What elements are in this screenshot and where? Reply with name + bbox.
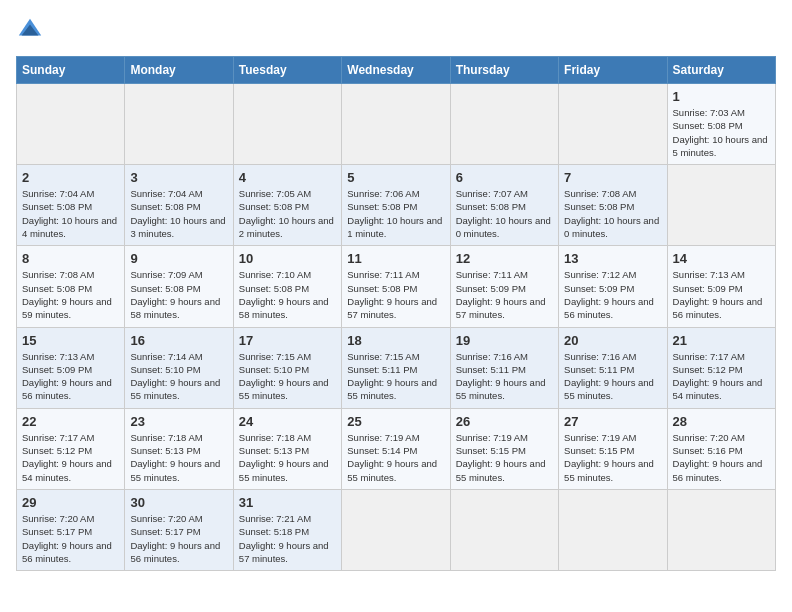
calendar-cell: 21Sunrise: 7:17 AMSunset: 5:12 PMDayligh… bbox=[667, 327, 775, 408]
day-info: Sunrise: 7:18 AMSunset: 5:13 PMDaylight:… bbox=[239, 431, 336, 484]
day-number: 22 bbox=[22, 414, 119, 429]
day-number: 5 bbox=[347, 170, 444, 185]
day-info: Sunrise: 7:07 AMSunset: 5:08 PMDaylight:… bbox=[456, 187, 553, 240]
day-number: 7 bbox=[564, 170, 661, 185]
day-number: 26 bbox=[456, 414, 553, 429]
day-of-week-header: Sunday bbox=[17, 57, 125, 84]
calendar-cell: 12Sunrise: 7:11 AMSunset: 5:09 PMDayligh… bbox=[450, 246, 558, 327]
calendar-cell bbox=[559, 489, 667, 570]
calendar-cell: 29Sunrise: 7:20 AMSunset: 5:17 PMDayligh… bbox=[17, 489, 125, 570]
day-info: Sunrise: 7:16 AMSunset: 5:11 PMDaylight:… bbox=[564, 350, 661, 403]
calendar-cell bbox=[667, 489, 775, 570]
day-of-week-header: Tuesday bbox=[233, 57, 341, 84]
calendar-cell: 13Sunrise: 7:12 AMSunset: 5:09 PMDayligh… bbox=[559, 246, 667, 327]
day-of-week-header: Wednesday bbox=[342, 57, 450, 84]
day-number: 1 bbox=[673, 89, 770, 104]
day-number: 12 bbox=[456, 251, 553, 266]
day-info: Sunrise: 7:17 AMSunset: 5:12 PMDaylight:… bbox=[22, 431, 119, 484]
day-info: Sunrise: 7:19 AMSunset: 5:15 PMDaylight:… bbox=[564, 431, 661, 484]
day-info: Sunrise: 7:20 AMSunset: 5:17 PMDaylight:… bbox=[130, 512, 227, 565]
calendar-week-row: 8Sunrise: 7:08 AMSunset: 5:08 PMDaylight… bbox=[17, 246, 776, 327]
calendar-cell bbox=[342, 489, 450, 570]
calendar-cell: 26Sunrise: 7:19 AMSunset: 5:15 PMDayligh… bbox=[450, 408, 558, 489]
calendar-cell: 19Sunrise: 7:16 AMSunset: 5:11 PMDayligh… bbox=[450, 327, 558, 408]
calendar-cell: 2Sunrise: 7:04 AMSunset: 5:08 PMDaylight… bbox=[17, 165, 125, 246]
day-number: 25 bbox=[347, 414, 444, 429]
calendar-cell: 4Sunrise: 7:05 AMSunset: 5:08 PMDaylight… bbox=[233, 165, 341, 246]
day-info: Sunrise: 7:08 AMSunset: 5:08 PMDaylight:… bbox=[22, 268, 119, 321]
day-info: Sunrise: 7:03 AMSunset: 5:08 PMDaylight:… bbox=[673, 106, 770, 159]
day-number: 29 bbox=[22, 495, 119, 510]
calendar-cell: 6Sunrise: 7:07 AMSunset: 5:08 PMDaylight… bbox=[450, 165, 558, 246]
day-number: 8 bbox=[22, 251, 119, 266]
day-number: 10 bbox=[239, 251, 336, 266]
day-number: 21 bbox=[673, 333, 770, 348]
calendar-cell bbox=[667, 165, 775, 246]
calendar-cell: 7Sunrise: 7:08 AMSunset: 5:08 PMDaylight… bbox=[559, 165, 667, 246]
day-info: Sunrise: 7:11 AMSunset: 5:09 PMDaylight:… bbox=[456, 268, 553, 321]
day-number: 30 bbox=[130, 495, 227, 510]
calendar-cell: 28Sunrise: 7:20 AMSunset: 5:16 PMDayligh… bbox=[667, 408, 775, 489]
calendar-week-row: 29Sunrise: 7:20 AMSunset: 5:17 PMDayligh… bbox=[17, 489, 776, 570]
calendar-cell: 3Sunrise: 7:04 AMSunset: 5:08 PMDaylight… bbox=[125, 165, 233, 246]
day-info: Sunrise: 7:15 AMSunset: 5:11 PMDaylight:… bbox=[347, 350, 444, 403]
day-info: Sunrise: 7:04 AMSunset: 5:08 PMDaylight:… bbox=[22, 187, 119, 240]
day-number: 2 bbox=[22, 170, 119, 185]
day-info: Sunrise: 7:20 AMSunset: 5:17 PMDaylight:… bbox=[22, 512, 119, 565]
day-info: Sunrise: 7:12 AMSunset: 5:09 PMDaylight:… bbox=[564, 268, 661, 321]
day-of-week-header: Friday bbox=[559, 57, 667, 84]
day-info: Sunrise: 7:17 AMSunset: 5:12 PMDaylight:… bbox=[673, 350, 770, 403]
day-number: 18 bbox=[347, 333, 444, 348]
calendar-cell bbox=[342, 84, 450, 165]
day-info: Sunrise: 7:19 AMSunset: 5:15 PMDaylight:… bbox=[456, 431, 553, 484]
day-number: 11 bbox=[347, 251, 444, 266]
calendar-cell: 17Sunrise: 7:15 AMSunset: 5:10 PMDayligh… bbox=[233, 327, 341, 408]
day-number: 3 bbox=[130, 170, 227, 185]
day-info: Sunrise: 7:11 AMSunset: 5:08 PMDaylight:… bbox=[347, 268, 444, 321]
day-of-week-header: Thursday bbox=[450, 57, 558, 84]
day-number: 20 bbox=[564, 333, 661, 348]
calendar-cell: 25Sunrise: 7:19 AMSunset: 5:14 PMDayligh… bbox=[342, 408, 450, 489]
calendar-cell: 8Sunrise: 7:08 AMSunset: 5:08 PMDaylight… bbox=[17, 246, 125, 327]
calendar-cell bbox=[450, 489, 558, 570]
day-number: 23 bbox=[130, 414, 227, 429]
day-of-week-header: Saturday bbox=[667, 57, 775, 84]
calendar-cell: 11Sunrise: 7:11 AMSunset: 5:08 PMDayligh… bbox=[342, 246, 450, 327]
calendar-header-row: SundayMondayTuesdayWednesdayThursdayFrid… bbox=[17, 57, 776, 84]
day-info: Sunrise: 7:06 AMSunset: 5:08 PMDaylight:… bbox=[347, 187, 444, 240]
calendar-cell: 14Sunrise: 7:13 AMSunset: 5:09 PMDayligh… bbox=[667, 246, 775, 327]
day-info: Sunrise: 7:09 AMSunset: 5:08 PMDaylight:… bbox=[130, 268, 227, 321]
calendar-cell: 1Sunrise: 7:03 AMSunset: 5:08 PMDaylight… bbox=[667, 84, 775, 165]
calendar-cell: 10Sunrise: 7:10 AMSunset: 5:08 PMDayligh… bbox=[233, 246, 341, 327]
calendar-cell bbox=[17, 84, 125, 165]
logo bbox=[16, 16, 48, 44]
day-info: Sunrise: 7:04 AMSunset: 5:08 PMDaylight:… bbox=[130, 187, 227, 240]
calendar-week-row: 22Sunrise: 7:17 AMSunset: 5:12 PMDayligh… bbox=[17, 408, 776, 489]
day-number: 4 bbox=[239, 170, 336, 185]
calendar-cell bbox=[233, 84, 341, 165]
day-info: Sunrise: 7:05 AMSunset: 5:08 PMDaylight:… bbox=[239, 187, 336, 240]
day-info: Sunrise: 7:08 AMSunset: 5:08 PMDaylight:… bbox=[564, 187, 661, 240]
day-info: Sunrise: 7:20 AMSunset: 5:16 PMDaylight:… bbox=[673, 431, 770, 484]
day-info: Sunrise: 7:13 AMSunset: 5:09 PMDaylight:… bbox=[22, 350, 119, 403]
calendar-week-row: 2Sunrise: 7:04 AMSunset: 5:08 PMDaylight… bbox=[17, 165, 776, 246]
day-info: Sunrise: 7:14 AMSunset: 5:10 PMDaylight:… bbox=[130, 350, 227, 403]
calendar-cell: 15Sunrise: 7:13 AMSunset: 5:09 PMDayligh… bbox=[17, 327, 125, 408]
calendar-cell: 30Sunrise: 7:20 AMSunset: 5:17 PMDayligh… bbox=[125, 489, 233, 570]
day-info: Sunrise: 7:21 AMSunset: 5:18 PMDaylight:… bbox=[239, 512, 336, 565]
logo-icon bbox=[16, 16, 44, 44]
calendar-cell: 23Sunrise: 7:18 AMSunset: 5:13 PMDayligh… bbox=[125, 408, 233, 489]
calendar-cell: 20Sunrise: 7:16 AMSunset: 5:11 PMDayligh… bbox=[559, 327, 667, 408]
day-number: 31 bbox=[239, 495, 336, 510]
day-number: 13 bbox=[564, 251, 661, 266]
day-of-week-header: Monday bbox=[125, 57, 233, 84]
calendar-cell bbox=[125, 84, 233, 165]
calendar-cell: 9Sunrise: 7:09 AMSunset: 5:08 PMDaylight… bbox=[125, 246, 233, 327]
day-info: Sunrise: 7:13 AMSunset: 5:09 PMDaylight:… bbox=[673, 268, 770, 321]
calendar-cell bbox=[559, 84, 667, 165]
day-number: 9 bbox=[130, 251, 227, 266]
day-number: 15 bbox=[22, 333, 119, 348]
calendar-table: SundayMondayTuesdayWednesdayThursdayFrid… bbox=[16, 56, 776, 571]
calendar-cell: 5Sunrise: 7:06 AMSunset: 5:08 PMDaylight… bbox=[342, 165, 450, 246]
day-number: 19 bbox=[456, 333, 553, 348]
